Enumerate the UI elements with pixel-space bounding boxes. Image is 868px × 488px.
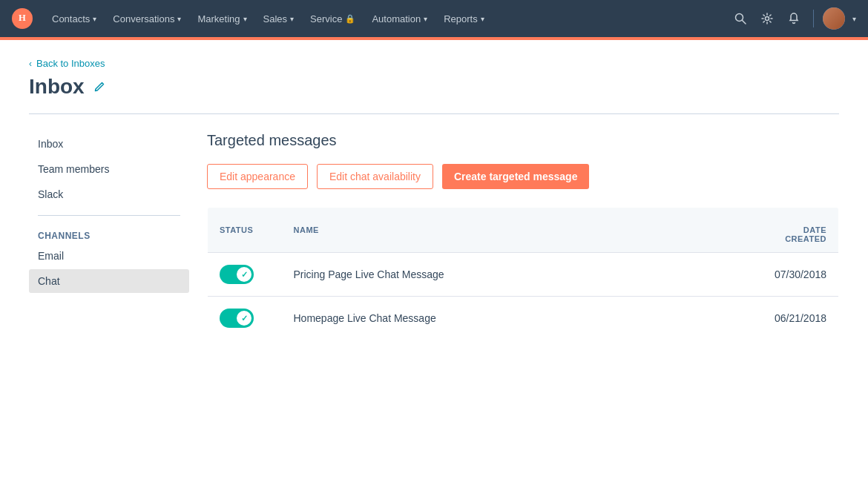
- table-cell-status: ✓: [208, 297, 282, 340]
- nav-item-conversations[interactable]: Conversations ▾: [105, 0, 188, 37]
- channels-label: Channels: [29, 225, 189, 244]
- notifications-button[interactable]: [783, 8, 804, 29]
- svg-text:H: H: [19, 13, 26, 23]
- nav-right: ▾: [730, 7, 856, 30]
- table-row: ✓ Pricing Page Live Chat Message 07/30/2…: [208, 253, 839, 297]
- nav-item-service[interactable]: Service 🔒: [303, 0, 363, 37]
- content-area: Targeted messages Edit appearance Edit c…: [207, 132, 839, 340]
- table-header-row: STATUS NAME DATE CREATED: [208, 208, 839, 253]
- create-targeted-message-button[interactable]: Create targeted message: [442, 164, 590, 189]
- nav-item-reports[interactable]: Reports ▾: [436, 0, 492, 37]
- toggle-knob: ✓: [237, 311, 251, 326]
- th-date-created: DATE CREATED: [735, 208, 839, 253]
- lock-icon: 🔒: [345, 14, 355, 24]
- svg-point-4: [766, 17, 769, 21]
- chevron-down-icon: ▾: [93, 15, 96, 23]
- messages-table: STATUS NAME DATE CREATED: [207, 207, 839, 340]
- sidebar-item-inbox[interactable]: Inbox: [29, 132, 189, 156]
- chevron-down-icon: ▾: [424, 15, 427, 23]
- table-cell-date: 07/30/2018: [735, 253, 839, 297]
- status-toggle[interactable]: ✓: [220, 309, 254, 328]
- sidebar-divider: [38, 215, 180, 216]
- sidebar-item-email[interactable]: Email: [29, 244, 189, 268]
- table-row: ✓ Homepage Live Chat Message 06/21/2018: [208, 297, 839, 340]
- main-layout: Inbox Team members Slack Channels Email …: [29, 132, 839, 340]
- chevron-down-icon: ▾: [290, 15, 294, 23]
- edit-title-button[interactable]: [92, 79, 107, 94]
- nav-item-sales[interactable]: Sales ▾: [256, 0, 302, 37]
- table-cell-status: ✓: [208, 253, 282, 297]
- edit-chat-availability-button[interactable]: Edit chat availability: [317, 164, 433, 189]
- chevron-down-icon: ▾: [243, 15, 247, 23]
- toggle-container: ✓: [220, 265, 270, 284]
- hubspot-logo[interactable]: H: [12, 8, 33, 29]
- sidebar: Inbox Team members Slack Channels Email …: [29, 132, 207, 340]
- avatar-chevron-icon[interactable]: ▾: [852, 15, 856, 23]
- sidebar-item-team-members[interactable]: Team members: [29, 157, 189, 181]
- nav-items: Contacts ▾ Conversations ▾ Marketing ▾ S…: [45, 0, 730, 37]
- back-chevron-icon: ‹: [29, 59, 32, 69]
- chevron-down-icon: ▾: [177, 15, 181, 23]
- nav-item-marketing[interactable]: Marketing ▾: [190, 0, 254, 37]
- toggle-container: ✓: [220, 309, 270, 328]
- edit-appearance-button[interactable]: Edit appearance: [207, 164, 308, 189]
- chevron-down-icon: ▾: [481, 15, 484, 23]
- search-button[interactable]: [730, 8, 751, 29]
- table-cell-date: 06/21/2018: [735, 297, 839, 340]
- page-container: ‹ Back to Inboxes Inbox Inbox Team membe…: [11, 58, 857, 340]
- section-divider: [29, 113, 839, 114]
- settings-button[interactable]: [757, 8, 777, 29]
- page-title-row: Inbox: [29, 75, 839, 99]
- table-cell-name: Homepage Live Chat Message: [282, 297, 735, 340]
- toggle-check-icon: ✓: [241, 314, 248, 323]
- nav-item-automation[interactable]: Automation ▾: [364, 0, 435, 37]
- sidebar-item-slack[interactable]: Slack: [29, 182, 189, 206]
- toggle-check-icon: ✓: [241, 270, 248, 280]
- nav-divider: [813, 10, 814, 27]
- table-cell-name: Pricing Page Live Chat Message: [282, 253, 735, 297]
- toggle-knob: ✓: [237, 267, 251, 282]
- avatar[interactable]: [823, 7, 845, 30]
- top-navigation: H Contacts ▾ Conversations ▾ Marketing ▾…: [0, 0, 868, 37]
- action-buttons: Edit appearance Edit chat availability C…: [207, 164, 839, 189]
- section-title: Targeted messages: [207, 132, 839, 149]
- page-title: Inbox: [29, 75, 85, 99]
- nav-item-contacts[interactable]: Contacts ▾: [45, 0, 104, 37]
- svg-line-3: [743, 21, 746, 24]
- th-status: STATUS: [208, 208, 282, 253]
- accent-bar: [0, 37, 868, 40]
- status-toggle[interactable]: ✓: [220, 265, 254, 284]
- back-to-inboxes-link[interactable]: ‹ Back to Inboxes: [29, 58, 839, 69]
- sidebar-item-chat[interactable]: Chat: [29, 269, 189, 293]
- th-name: NAME: [282, 208, 735, 253]
